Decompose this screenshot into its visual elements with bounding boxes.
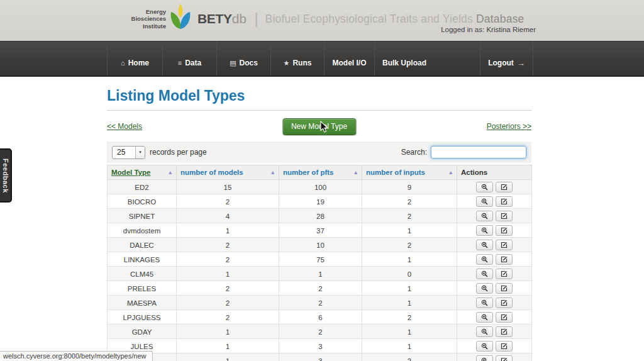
cell-model-type: dvmdostem — [108, 223, 177, 238]
view-button[interactable] — [476, 182, 493, 192]
edit-button[interactable] — [496, 211, 513, 221]
cell-inputs: 9 — [362, 180, 457, 194]
view-button[interactable] — [476, 269, 493, 279]
cell-models: 15 — [177, 180, 279, 194]
edit-button[interactable] — [496, 283, 513, 294]
view-button[interactable] — [476, 211, 493, 221]
edit-button[interactable] — [496, 225, 513, 236]
column-label: number of pfts — [283, 169, 334, 176]
edit-button[interactable] — [496, 196, 513, 207]
nav-item-docs[interactable]: ▤ Docs — [216, 42, 270, 75]
sort-asc-icon: ▲ — [270, 170, 275, 175]
org-name: Energy Biosciences Institute — [127, 8, 166, 30]
cell-actions — [457, 223, 532, 238]
magnifier-plus-icon — [481, 357, 488, 361]
cell-model-type: SIPNET — [108, 209, 177, 223]
table-header-row: Model Type ▲ number of models ▲ number o… — [108, 165, 532, 180]
nav-item-home[interactable]: ⌂ Home — [107, 42, 162, 75]
view-button[interactable] — [476, 341, 493, 352]
cell-inputs: 1 — [362, 296, 457, 310]
edit-button[interactable] — [496, 326, 513, 337]
edit-button[interactable] — [496, 182, 513, 192]
column-header-model-type[interactable]: Model Type ▲ — [108, 165, 177, 180]
cell-models: 4 — [177, 209, 279, 223]
title-divider — [107, 110, 531, 111]
list-icon: ≡ — [178, 59, 182, 67]
brand-wordmark: BETYdb — [197, 11, 247, 26]
cell-pfts: 1 — [279, 267, 362, 281]
posteriors-link[interactable]: Posteriors >> — [487, 122, 531, 131]
edit-button[interactable] — [496, 240, 513, 250]
new-model-type-button[interactable]: New Model Type — [282, 118, 356, 135]
table-row: MAESPA221 — [108, 296, 532, 310]
nav-item-runs[interactable]: ★ Runs — [270, 42, 324, 75]
cell-model-type: PRELES — [108, 281, 177, 296]
cell-actions — [457, 310, 532, 325]
view-button[interactable] — [476, 240, 493, 250]
edit-button[interactable] — [496, 341, 513, 352]
view-button[interactable] — [476, 225, 493, 236]
view-button[interactable] — [476, 312, 493, 323]
cell-models: 1 — [177, 267, 279, 281]
edit-button[interactable] — [496, 254, 513, 265]
status-bar-url: welsch.cyverse.org:8000/bety/modeltypes/… — [0, 351, 153, 361]
models-back-link[interactable]: << Models — [107, 122, 142, 131]
magnifier-plus-icon — [481, 213, 488, 219]
brand-divider: | — [255, 11, 258, 28]
arrow-right-icon: → — [517, 59, 525, 67]
edit-icon — [501, 285, 508, 292]
nav-item-model-io[interactable]: Model I/O — [324, 42, 374, 75]
cell-models: 2 — [177, 281, 279, 296]
edit-button[interactable] — [496, 312, 513, 323]
view-button[interactable] — [476, 283, 493, 294]
view-button[interactable] — [476, 297, 493, 308]
table-toolbar: 25 ▾ records per page Search: — [107, 142, 531, 163]
cell-pfts: 3 — [279, 353, 362, 361]
cell-models: 2 — [177, 238, 279, 252]
magnifier-plus-icon — [481, 242, 488, 248]
brand-db: db — [232, 11, 247, 26]
edit-button[interactable] — [496, 355, 513, 361]
header-band: Energy Biosciences Institute BETYdb | Bi… — [0, 0, 644, 41]
view-button[interactable] — [476, 196, 493, 207]
view-button[interactable] — [476, 254, 493, 265]
page-size-select[interactable]: 25 ▾ — [112, 146, 145, 159]
cell-pfts: 2 — [279, 281, 362, 296]
org-line: Biosciences — [127, 15, 166, 22]
magnifier-plus-icon — [481, 299, 488, 306]
cell-actions — [457, 281, 532, 296]
cell-actions — [457, 252, 532, 267]
records-per-page-label: records per page — [150, 148, 207, 157]
star-icon: ★ — [284, 59, 290, 67]
nav-label: Data — [185, 59, 201, 67]
column-header-number-of-inputs[interactable]: number of inputs ▲ — [362, 165, 457, 180]
table-row: PRELES221 — [108, 281, 532, 296]
tagline-database: Database — [476, 13, 525, 25]
nav-spacer — [434, 42, 480, 75]
cell-inputs: 0 — [362, 267, 457, 281]
cell-inputs: 2 — [362, 238, 457, 252]
cell-inputs: 1 — [362, 325, 457, 339]
table-row: JULES131 — [108, 339, 532, 353]
search-input[interactable] — [431, 146, 526, 158]
nav-item-bulk-upload[interactable]: Bulk Upload — [374, 42, 434, 75]
feedback-tab[interactable]: Feedback — [0, 148, 12, 203]
nav-item-data[interactable]: ≡ Data — [162, 42, 216, 75]
cell-actions — [457, 353, 532, 361]
edit-button[interactable] — [496, 269, 513, 279]
edit-button[interactable] — [496, 297, 513, 308]
edit-icon — [501, 227, 508, 234]
column-header-number-of-pfts[interactable]: number of pfts ▲ — [279, 165, 362, 180]
table-row: LINKAGES2751 — [108, 252, 532, 267]
view-button[interactable] — [476, 355, 493, 361]
column-header-actions: Actions — [457, 165, 532, 180]
page-size-value: 25 — [113, 147, 135, 158]
home-icon: ⌂ — [121, 59, 125, 67]
view-button[interactable] — [476, 326, 493, 337]
cell-pfts: 75 — [279, 252, 362, 267]
document-icon: ▤ — [230, 59, 236, 67]
cell-models: 2 — [177, 252, 279, 267]
nav-item-logout[interactable]: Logout → — [480, 42, 533, 75]
nav-label: Docs — [240, 59, 258, 67]
column-header-number-of-models[interactable]: number of models ▲ — [177, 165, 279, 180]
